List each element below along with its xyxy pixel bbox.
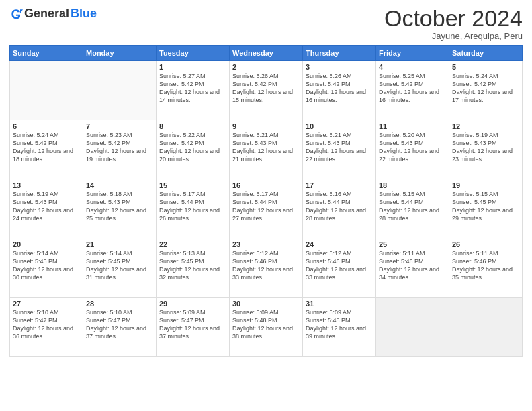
logo: General Blue bbox=[9, 7, 97, 21]
day-number: 27 bbox=[13, 300, 80, 308]
cell-info: Sunrise: 5:19 AM Sunset: 5:43 PM Dayligh… bbox=[13, 190, 80, 223]
day-number: 19 bbox=[452, 181, 519, 189]
cal-cell bbox=[83, 61, 157, 120]
day-number: 4 bbox=[379, 63, 446, 71]
cell-info: Sunrise: 5:23 AM Sunset: 5:42 PM Dayligh… bbox=[86, 131, 153, 164]
cell-info: Sunrise: 5:27 AM Sunset: 5:42 PM Dayligh… bbox=[159, 72, 226, 105]
day-number: 8 bbox=[159, 122, 226, 130]
cal-cell: 19Sunrise: 5:15 AM Sunset: 5:45 PM Dayli… bbox=[449, 179, 523, 238]
day-number: 7 bbox=[86, 122, 153, 130]
col-header-tuesday: Tuesday bbox=[157, 46, 230, 61]
cell-info: Sunrise: 5:20 AM Sunset: 5:43 PM Dayligh… bbox=[379, 131, 446, 164]
cal-cell: 4Sunrise: 5:25 AM Sunset: 5:42 PM Daylig… bbox=[376, 61, 449, 120]
col-header-wednesday: Wednesday bbox=[230, 46, 303, 61]
cell-info: Sunrise: 5:15 AM Sunset: 5:45 PM Dayligh… bbox=[452, 190, 519, 223]
cal-cell: 2Sunrise: 5:26 AM Sunset: 5:42 PM Daylig… bbox=[230, 61, 303, 120]
cell-info: Sunrise: 5:17 AM Sunset: 5:44 PM Dayligh… bbox=[232, 190, 300, 223]
week-row-3: 20Sunrise: 5:14 AM Sunset: 5:45 PM Dayli… bbox=[10, 238, 523, 298]
cell-info: Sunrise: 5:11 AM Sunset: 5:46 PM Dayligh… bbox=[452, 249, 519, 282]
cal-cell: 5Sunrise: 5:24 AM Sunset: 5:42 PM Daylig… bbox=[449, 61, 523, 120]
col-header-sunday: Sunday bbox=[10, 46, 83, 61]
cell-info: Sunrise: 5:21 AM Sunset: 5:43 PM Dayligh… bbox=[306, 131, 373, 164]
location: Jayune, Arequipa, Peru bbox=[384, 31, 523, 41]
day-number: 21 bbox=[86, 240, 153, 248]
cal-cell: 8Sunrise: 5:22 AM Sunset: 5:42 PM Daylig… bbox=[157, 120, 230, 179]
cal-cell: 25Sunrise: 5:11 AM Sunset: 5:46 PM Dayli… bbox=[376, 238, 449, 298]
cell-info: Sunrise: 5:24 AM Sunset: 5:42 PM Dayligh… bbox=[452, 72, 519, 105]
day-number: 28 bbox=[86, 300, 153, 308]
week-row-4: 27Sunrise: 5:10 AM Sunset: 5:47 PM Dayli… bbox=[10, 298, 523, 357]
cal-cell bbox=[449, 298, 523, 357]
cal-cell: 1Sunrise: 5:27 AM Sunset: 5:42 PM Daylig… bbox=[157, 61, 230, 120]
week-row-2: 13Sunrise: 5:19 AM Sunset: 5:43 PM Dayli… bbox=[10, 179, 523, 238]
cell-info: Sunrise: 5:25 AM Sunset: 5:42 PM Dayligh… bbox=[379, 72, 446, 105]
cal-cell: 29Sunrise: 5:09 AM Sunset: 5:47 PM Dayli… bbox=[157, 298, 230, 357]
day-number: 20 bbox=[13, 240, 80, 248]
cell-info: Sunrise: 5:16 AM Sunset: 5:44 PM Dayligh… bbox=[306, 190, 373, 223]
cal-cell: 26Sunrise: 5:11 AM Sunset: 5:46 PM Dayli… bbox=[449, 238, 523, 298]
cell-info: Sunrise: 5:21 AM Sunset: 5:43 PM Dayligh… bbox=[232, 131, 300, 164]
cal-cell bbox=[10, 61, 83, 120]
day-number: 30 bbox=[232, 300, 300, 308]
day-number: 5 bbox=[452, 63, 519, 71]
cal-cell: 18Sunrise: 5:15 AM Sunset: 5:44 PM Dayli… bbox=[376, 179, 449, 238]
cell-info: Sunrise: 5:14 AM Sunset: 5:45 PM Dayligh… bbox=[86, 249, 153, 282]
cal-cell: 31Sunrise: 5:09 AM Sunset: 5:48 PM Dayli… bbox=[303, 298, 376, 357]
cell-info: Sunrise: 5:19 AM Sunset: 5:43 PM Dayligh… bbox=[452, 131, 519, 164]
day-number: 25 bbox=[379, 240, 446, 248]
col-header-saturday: Saturday bbox=[449, 46, 523, 61]
week-row-0: 1Sunrise: 5:27 AM Sunset: 5:42 PM Daylig… bbox=[10, 61, 523, 120]
cell-info: Sunrise: 5:18 AM Sunset: 5:43 PM Dayligh… bbox=[86, 190, 153, 223]
day-number: 13 bbox=[13, 181, 80, 189]
day-number: 9 bbox=[232, 122, 300, 130]
cell-info: Sunrise: 5:09 AM Sunset: 5:48 PM Dayligh… bbox=[232, 308, 300, 341]
week-row-1: 6Sunrise: 5:24 AM Sunset: 5:42 PM Daylig… bbox=[10, 120, 523, 179]
day-number: 31 bbox=[306, 300, 373, 308]
cal-cell: 10Sunrise: 5:21 AM Sunset: 5:43 PM Dayli… bbox=[303, 120, 376, 179]
cal-cell: 12Sunrise: 5:19 AM Sunset: 5:43 PM Dayli… bbox=[449, 120, 523, 179]
day-number: 17 bbox=[306, 181, 373, 189]
cal-cell bbox=[376, 298, 449, 357]
cal-cell: 13Sunrise: 5:19 AM Sunset: 5:43 PM Dayli… bbox=[10, 179, 83, 238]
day-number: 23 bbox=[232, 240, 300, 248]
col-header-friday: Friday bbox=[376, 46, 449, 61]
cal-cell: 23Sunrise: 5:12 AM Sunset: 5:46 PM Dayli… bbox=[230, 238, 303, 298]
cal-cell: 7Sunrise: 5:23 AM Sunset: 5:42 PM Daylig… bbox=[83, 120, 157, 179]
cell-info: Sunrise: 5:12 AM Sunset: 5:46 PM Dayligh… bbox=[232, 249, 300, 282]
cal-cell: 6Sunrise: 5:24 AM Sunset: 5:42 PM Daylig… bbox=[10, 120, 83, 179]
cell-info: Sunrise: 5:22 AM Sunset: 5:42 PM Dayligh… bbox=[159, 131, 226, 164]
cal-cell: 20Sunrise: 5:14 AM Sunset: 5:45 PM Dayli… bbox=[10, 238, 83, 298]
cell-info: Sunrise: 5:15 AM Sunset: 5:44 PM Dayligh… bbox=[379, 190, 446, 223]
logo-blue-text: Blue bbox=[71, 7, 97, 21]
cell-info: Sunrise: 5:11 AM Sunset: 5:46 PM Dayligh… bbox=[379, 249, 446, 282]
logo-area: General Blue bbox=[9, 7, 97, 21]
col-header-thursday: Thursday bbox=[303, 46, 376, 61]
cell-info: Sunrise: 5:09 AM Sunset: 5:47 PM Dayligh… bbox=[159, 308, 226, 341]
cal-cell: 21Sunrise: 5:14 AM Sunset: 5:45 PM Dayli… bbox=[83, 238, 157, 298]
day-number: 3 bbox=[306, 63, 373, 71]
day-number: 11 bbox=[379, 122, 446, 130]
cal-cell: 17Sunrise: 5:16 AM Sunset: 5:44 PM Dayli… bbox=[303, 179, 376, 238]
day-number: 6 bbox=[13, 122, 80, 130]
day-number: 29 bbox=[159, 300, 226, 308]
cal-cell: 28Sunrise: 5:10 AM Sunset: 5:47 PM Dayli… bbox=[83, 298, 157, 357]
cell-info: Sunrise: 5:12 AM Sunset: 5:46 PM Dayligh… bbox=[306, 249, 373, 282]
cell-info: Sunrise: 5:17 AM Sunset: 5:44 PM Dayligh… bbox=[159, 190, 226, 223]
cal-cell: 3Sunrise: 5:26 AM Sunset: 5:42 PM Daylig… bbox=[303, 61, 376, 120]
cal-cell: 16Sunrise: 5:17 AM Sunset: 5:44 PM Dayli… bbox=[230, 179, 303, 238]
day-number: 18 bbox=[379, 181, 446, 189]
day-number: 26 bbox=[452, 240, 519, 248]
logo-icon bbox=[9, 7, 23, 21]
cell-info: Sunrise: 5:09 AM Sunset: 5:48 PM Dayligh… bbox=[306, 308, 373, 341]
logo-general-text: General bbox=[24, 7, 69, 21]
cal-cell: 27Sunrise: 5:10 AM Sunset: 5:47 PM Dayli… bbox=[10, 298, 83, 357]
cal-cell: 9Sunrise: 5:21 AM Sunset: 5:43 PM Daylig… bbox=[230, 120, 303, 179]
header-row: SundayMondayTuesdayWednesdayThursdayFrid… bbox=[10, 46, 523, 61]
cal-cell: 14Sunrise: 5:18 AM Sunset: 5:43 PM Dayli… bbox=[83, 179, 157, 238]
day-number: 15 bbox=[159, 181, 226, 189]
day-number: 10 bbox=[306, 122, 373, 130]
calendar-table: SundayMondayTuesdayWednesdayThursdayFrid… bbox=[9, 45, 523, 357]
cell-info: Sunrise: 5:13 AM Sunset: 5:45 PM Dayligh… bbox=[159, 249, 226, 282]
day-number: 1 bbox=[159, 63, 226, 71]
day-number: 2 bbox=[232, 63, 300, 71]
